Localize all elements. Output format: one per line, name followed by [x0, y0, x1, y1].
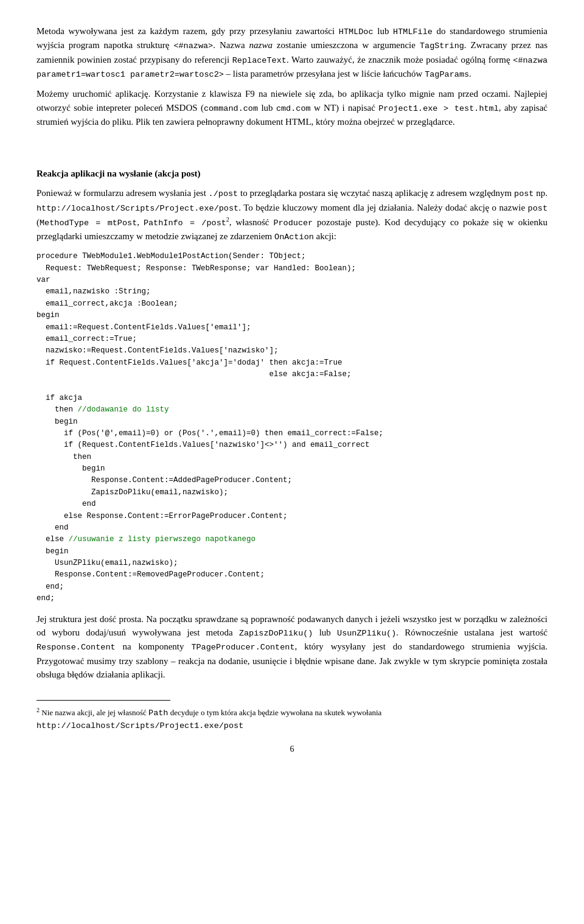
page-number: 6: [36, 744, 548, 754]
closing-paragraph: Jej struktura jest dość prosta. Na począ…: [36, 612, 548, 682]
section-paragraph-1: Ponieważ w formularzu adresem wysłania j…: [36, 186, 548, 243]
code-block: procedure TWebModule1.WebModule1PostActi…: [36, 251, 548, 604]
footnote-url: http://localhost/Scripts/Project1.exe/po…: [36, 721, 243, 730]
footnote-rule: [36, 700, 170, 701]
footnote-text: Nie nazwa akcji, ale jej własność Path d…: [40, 708, 381, 717]
paragraph-1: Metoda wywoływana jest za każdym razem, …: [36, 24, 548, 81]
paragraph-2: Możemy uruchomić aplikację. Korzystanie …: [36, 87, 548, 128]
main-content: Metoda wywoływana jest za każdym razem, …: [36, 24, 548, 682]
section-heading: Reakcja aplikacji na wysłanie (akcja pos…: [36, 167, 548, 181]
footnote: 2 Nie nazwa akcji, ale jej własność Path…: [36, 705, 548, 733]
